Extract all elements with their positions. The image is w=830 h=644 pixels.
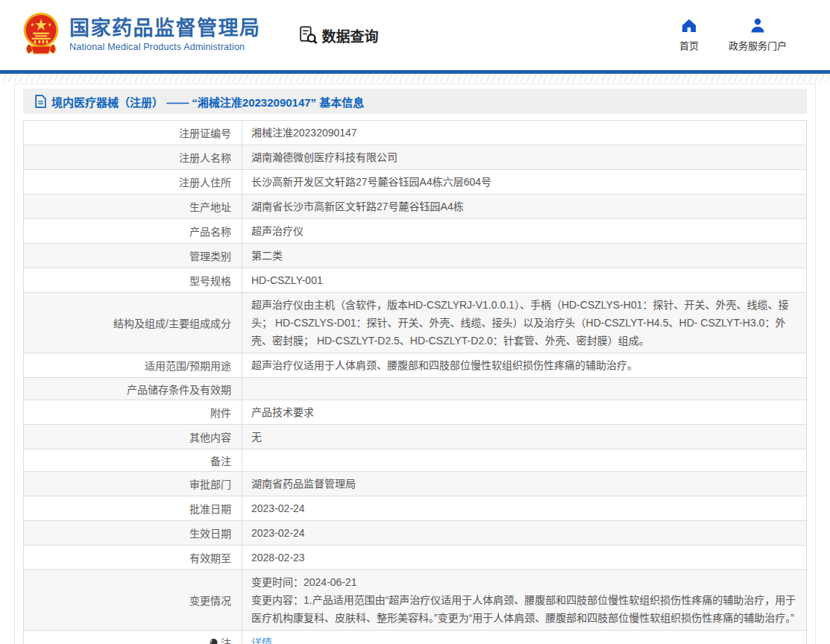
table-row: 附件 产品技术要求 bbox=[24, 400, 807, 425]
registration-info-table: 注册证编号 湘械注准20232090147 注册人名称 湖南瀚德微创医疗科技有限… bbox=[23, 120, 807, 644]
row-label-text: 产品名称 bbox=[189, 226, 231, 238]
row-label-text: 适用范围/预期用途 bbox=[145, 360, 231, 372]
row-value: 2023-02-24 bbox=[242, 521, 807, 546]
row-label-text: 批准日期 bbox=[189, 503, 231, 515]
row-value: 产品技术要求 bbox=[242, 400, 807, 425]
site-title-block: 国家药品监督管理局 National Medical Products Admi… bbox=[69, 18, 261, 53]
row-value: 2023-02-24 bbox=[242, 496, 807, 521]
row-label-text: 附件 bbox=[210, 407, 231, 419]
row-value: 超声治疗仪 bbox=[242, 219, 807, 244]
table-row: 管理类别 第二类 bbox=[24, 244, 807, 268]
table-row: 批准日期 2023-02-24 bbox=[24, 496, 807, 521]
nav-home-label: 首页 bbox=[679, 38, 699, 52]
row-value bbox=[242, 378, 807, 400]
data-query-label: 数据查询 bbox=[322, 25, 379, 45]
site-subtitle: National Medical Products Administration bbox=[69, 42, 261, 52]
table-row: 生效日期 2023-02-24 bbox=[24, 521, 807, 546]
breadcrumb: 境内医疗器械（注册） —— “湘械注准20232090147” 基本信息 bbox=[23, 89, 807, 114]
hatch-divider bbox=[0, 74, 830, 82]
table-row: 生产地址 湖南省长沙市高新区文轩路27号麓谷钰园A4栋 bbox=[24, 195, 807, 219]
row-label-text: 注 bbox=[221, 637, 231, 644]
row-label-text: 注册人住所 bbox=[179, 177, 231, 189]
table-row: 注册人名称 湖南瀚德微创医疗科技有限公司 bbox=[24, 145, 807, 170]
row-value: 变更时间：2024-06-21 变更内容：1.产品适用范围由“超声治疗仪适用于人… bbox=[242, 570, 807, 631]
row-value: HD-CSZLY-001 bbox=[242, 268, 807, 293]
row-value: 超声治疗仪适用于人体肩颈、腰腹部和四肢部位慢性软组织损伤性疼痛的辅助治疗。 bbox=[242, 353, 807, 378]
row-label-text: 结构及组成/主要组成成分 bbox=[113, 318, 231, 329]
row-label-text: 注册人名称 bbox=[179, 152, 231, 164]
document-search-icon bbox=[298, 25, 318, 45]
row-value: 长沙高新开发区文轩路27号麓谷钰园A4栋六层604号 bbox=[242, 170, 807, 195]
row-label-text: 管理类别 bbox=[189, 250, 231, 262]
user-icon bbox=[749, 18, 766, 33]
nav-gov-portal-label: 政务服务门户 bbox=[729, 38, 787, 52]
data-query-tab[interactable]: 数据查询 bbox=[298, 25, 379, 45]
row-value bbox=[242, 449, 807, 472]
detail-link[interactable]: 详情 bbox=[251, 637, 272, 644]
row-label-text: 产品储存条件及有效期 bbox=[127, 384, 231, 396]
table-row: 备注 bbox=[24, 449, 807, 472]
row-value: 湘械注准20232090147 bbox=[242, 121, 807, 145]
info-table-body: 注册证编号 湘械注准20232090147 注册人名称 湖南瀚德微创医疗科技有限… bbox=[24, 121, 807, 644]
table-row: 注册证编号 湘械注准20232090147 bbox=[24, 121, 807, 145]
table-row: 适用范围/预期用途 超声治疗仪适用于人体肩颈、腰腹部和四肢部位慢性软组织损伤性疼… bbox=[24, 353, 807, 378]
home-icon bbox=[681, 18, 697, 33]
row-label-text: 其他内容 bbox=[189, 432, 231, 443]
site-title: 国家药品监督管理局 bbox=[69, 18, 261, 40]
content-panel: 境内医疗器械（注册） —— “湘械注准20232090147” 基本信息 注册证… bbox=[14, 83, 816, 644]
table-row: 变更情况 变更时间：2024-06-21 变更内容：1.产品适用范围由“超声治疗… bbox=[24, 570, 807, 631]
row-value: 详情 bbox=[242, 631, 807, 644]
row-label-text: 变更情况 bbox=[189, 595, 231, 607]
row-label-text: 生效日期 bbox=[189, 528, 231, 540]
table-row: 审批部门 湖南省药品监督管理局 bbox=[24, 472, 807, 496]
table-row: 结构及组成/主要组成成分 超声治疗仪由主机（含软件，版本HD-CSZLYRJ-V… bbox=[24, 293, 807, 353]
table-row: 其他内容 无 bbox=[24, 425, 807, 449]
row-value: 无 bbox=[242, 425, 807, 449]
table-row: 有效期至 2028-02-23 bbox=[24, 546, 807, 570]
site-logo[interactable]: 国家药品监督管理局 National Medical Products Admi… bbox=[22, 12, 261, 58]
row-label-text: 型号规格 bbox=[189, 275, 231, 287]
row-value: 湖南省药品监督管理局 bbox=[242, 472, 807, 496]
table-row: 产品名称 超声治疗仪 bbox=[24, 219, 807, 244]
table-row: 注册人住所 长沙高新开发区文轩路27号麓谷钰园A4栋六层604号 bbox=[24, 170, 807, 195]
site-header: 国家药品监督管理局 National Medical Products Admi… bbox=[0, 0, 830, 70]
row-label-text: 生产地址 bbox=[189, 201, 231, 213]
document-icon bbox=[35, 95, 46, 108]
table-row: 注 详情 bbox=[24, 631, 807, 644]
table-row: 产品储存条件及有效期 bbox=[24, 378, 807, 400]
row-value: 第二类 bbox=[242, 244, 807, 268]
nav-gov-portal[interactable]: 政务服务门户 bbox=[729, 18, 787, 52]
row-label-text: 有效期至 bbox=[189, 552, 231, 564]
header-nav: 首页 政务服务门户 bbox=[679, 18, 808, 52]
row-value: 超声治疗仪由主机（含软件，版本HD-CSZLYRJ-V1.0.0.1）、手柄（H… bbox=[242, 293, 807, 353]
row-label-text: 审批部门 bbox=[189, 479, 231, 490]
note-icon bbox=[209, 638, 218, 644]
national-emblem-icon bbox=[22, 12, 60, 58]
row-label-text: 注册证编号 bbox=[179, 127, 231, 139]
table-row: 型号规格 HD-CSZLY-001 bbox=[24, 268, 807, 293]
row-value: 2028-02-23 bbox=[242, 546, 807, 570]
row-value: 湖南省长沙市高新区文轩路27号麓谷钰园A4栋 bbox=[242, 195, 807, 219]
nav-home[interactable]: 首页 bbox=[679, 18, 699, 52]
row-label-text: 备注 bbox=[210, 455, 231, 467]
page-title: 境内医疗器械（注册） —— “湘械注准20232090147” 基本信息 bbox=[51, 94, 364, 110]
row-value: 湖南瀚德微创医疗科技有限公司 bbox=[242, 145, 807, 170]
